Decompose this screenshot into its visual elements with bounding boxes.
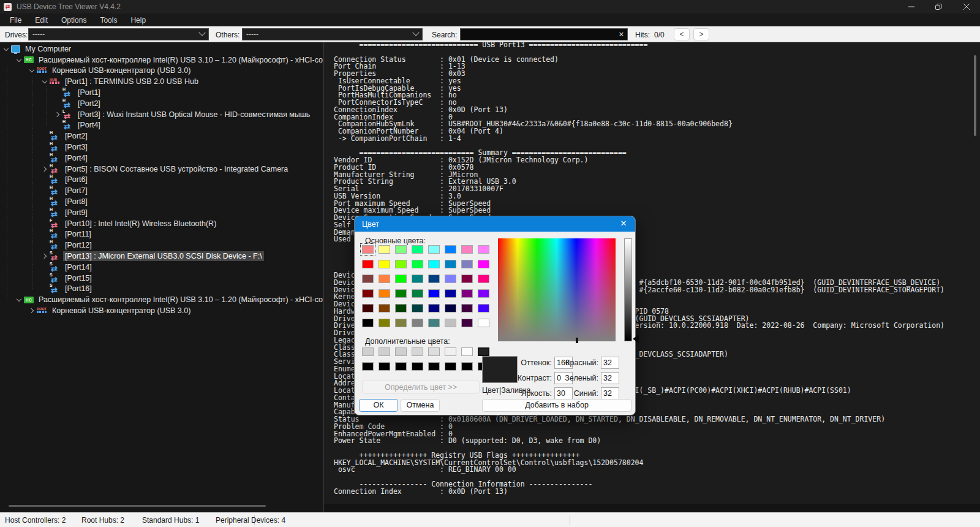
basic-color-swatch[interactable] [461, 304, 473, 313]
tree-item[interactable]: H⇄[Port4] [0, 120, 323, 131]
tree-item[interactable]: H⇄[Port6] [0, 175, 323, 186]
basic-color-swatch[interactable] [362, 319, 374, 327]
basic-color-swatch[interactable] [379, 304, 390, 313]
basic-color-swatch[interactable] [478, 275, 489, 283]
tree-item[interactable]: H⇄[Port2] [0, 131, 323, 142]
basic-color-swatch[interactable] [461, 275, 473, 283]
minimize-button[interactable] [897, 0, 925, 13]
tree-item[interactable]: H⇄[Port5] : BISON Составное USB устройст… [0, 164, 323, 175]
basic-color-swatch[interactable] [395, 319, 407, 327]
tree-item[interactable]: H⇄[Port7] [0, 185, 323, 196]
basic-color-swatch[interactable] [428, 275, 440, 283]
tree-item[interactable]: HCРасширяемый хост-контроллер Intel(R) U… [0, 294, 323, 305]
restore-button[interactable] [925, 0, 952, 13]
chevron-down-icon[interactable] [15, 295, 24, 304]
basic-color-swatch[interactable] [362, 304, 374, 313]
basic-color-swatch[interactable] [362, 289, 374, 298]
custom-color-swatch[interactable] [445, 347, 456, 356]
custom-color-swatch[interactable] [461, 347, 473, 356]
menu-item-help[interactable]: Help [126, 15, 151, 26]
chevron-right-icon[interactable] [28, 306, 37, 315]
basic-color-swatch[interactable] [412, 319, 423, 327]
basic-color-swatch[interactable] [445, 275, 456, 283]
basic-color-swatch[interactable] [461, 260, 473, 268]
tree-item[interactable]: ROOTКорневой USB-концентратор (USB 3.0) [0, 305, 323, 316]
tree-item[interactable]: H⇄[Port3] [0, 142, 323, 153]
custom-color-swatch[interactable] [395, 362, 407, 371]
tree-item[interactable]: L⇄[Port3] : Wuxi Instant USB Optical Mou… [0, 109, 323, 120]
basic-color-swatch[interactable] [428, 319, 440, 327]
basic-color-swatch[interactable] [445, 245, 456, 254]
basic-color-swatch[interactable] [412, 289, 423, 298]
tree-item[interactable]: S⇄[Port14] [0, 262, 323, 273]
custom-color-swatch[interactable] [362, 347, 374, 356]
tree-item[interactable]: H⇄[Port2] [0, 98, 323, 109]
luminance-slider-arrow[interactable] [633, 335, 639, 343]
tree-item[interactable]: H⇄[Port1] [0, 87, 323, 98]
tree-item[interactable]: H⇄[Port11] [0, 229, 323, 240]
basic-color-swatch[interactable] [428, 289, 440, 298]
basic-color-swatch[interactable] [379, 275, 390, 283]
luminance-slider[interactable] [624, 238, 632, 341]
basic-color-swatch[interactable] [412, 275, 423, 283]
basic-color-swatch[interactable] [395, 245, 407, 254]
chevron-down-icon[interactable] [28, 66, 37, 75]
custom-color-swatch[interactable] [395, 347, 407, 356]
search-input[interactable]: ✕ [460, 28, 628, 40]
custom-color-swatch[interactable] [428, 362, 440, 371]
basic-color-swatch[interactable] [412, 260, 423, 268]
tree-item[interactable]: H⇄[Port9] [0, 207, 323, 218]
tree-item[interactable]: S⇄[Port15] [0, 273, 323, 284]
chevron-right-icon[interactable] [41, 252, 50, 260]
close-button[interactable] [952, 0, 980, 13]
basic-color-swatch[interactable] [379, 319, 390, 327]
basic-color-swatch[interactable] [478, 260, 489, 268]
drives-dropdown[interactable]: ----- [28, 28, 209, 40]
chevron-right-icon[interactable] [41, 165, 50, 173]
menu-item-options[interactable]: Options [56, 15, 91, 26]
basic-color-swatch[interactable] [412, 245, 423, 254]
tree-item[interactable]: H⇄[Port8] [0, 196, 323, 207]
basic-color-swatch[interactable] [445, 304, 456, 313]
basic-color-swatch[interactable] [395, 275, 407, 283]
chevron-down-icon[interactable] [41, 77, 50, 86]
vertical-scrollbar[interactable] [974, 55, 976, 136]
ok-button[interactable]: ОК [359, 399, 398, 412]
tree-horizontal-scrollbar[interactable] [9, 505, 266, 507]
basic-color-swatch[interactable] [478, 319, 489, 327]
menu-item-tools[interactable]: Tools [95, 15, 122, 26]
title-bar[interactable]: ⇄ USB Device Tree Viewer V4.4.2 [0, 0, 980, 13]
basic-color-swatch[interactable] [362, 275, 374, 283]
tree-item[interactable]: ROOTКорневой USB-концентратор (USB 3.0) [0, 66, 323, 77]
tree-item[interactable]: S⇄[Port16] [0, 284, 323, 295]
basic-color-swatch[interactable] [461, 245, 473, 254]
chevron-right-icon[interactable] [54, 110, 62, 119]
clear-search-icon[interactable]: ✕ [619, 31, 624, 39]
hue-saturation-field[interactable] [498, 238, 616, 341]
basic-color-swatch[interactable] [395, 289, 407, 298]
custom-color-swatch[interactable] [412, 347, 423, 356]
custom-color-swatch[interactable] [362, 362, 374, 371]
basic-color-swatch[interactable] [412, 304, 423, 313]
menu-item-file[interactable]: File [5, 15, 26, 26]
tree-item[interactable]: H⇄[Port12] [0, 240, 323, 251]
red-input[interactable]: 32 [601, 357, 619, 369]
chevron-down-icon[interactable] [2, 45, 11, 53]
custom-color-swatch[interactable] [478, 347, 489, 356]
basic-color-swatch[interactable] [362, 260, 374, 268]
custom-color-swatch[interactable] [445, 362, 456, 371]
custom-color-swatch[interactable] [379, 362, 390, 371]
tree-item[interactable]: My Computer [0, 44, 323, 55]
basic-color-swatch[interactable] [428, 304, 440, 313]
previous-hit-button[interactable]: < [674, 28, 690, 40]
custom-color-swatch[interactable] [428, 347, 440, 356]
tree-item[interactable]: HUB[Port1] : TERMINUS USB 2.0 USB Hub [0, 76, 323, 87]
panel-splitter[interactable] [323, 42, 323, 512]
basic-color-swatch[interactable] [362, 245, 374, 254]
next-hit-button[interactable]: > [693, 28, 709, 40]
basic-color-swatch[interactable] [478, 304, 489, 313]
tree-item[interactable]: S⇄[Port13] : JMicron External USB3.0 SCS… [0, 251, 323, 262]
custom-color-swatch[interactable] [379, 347, 390, 356]
others-dropdown[interactable]: ----- [242, 28, 423, 40]
basic-color-swatch[interactable] [428, 245, 440, 254]
